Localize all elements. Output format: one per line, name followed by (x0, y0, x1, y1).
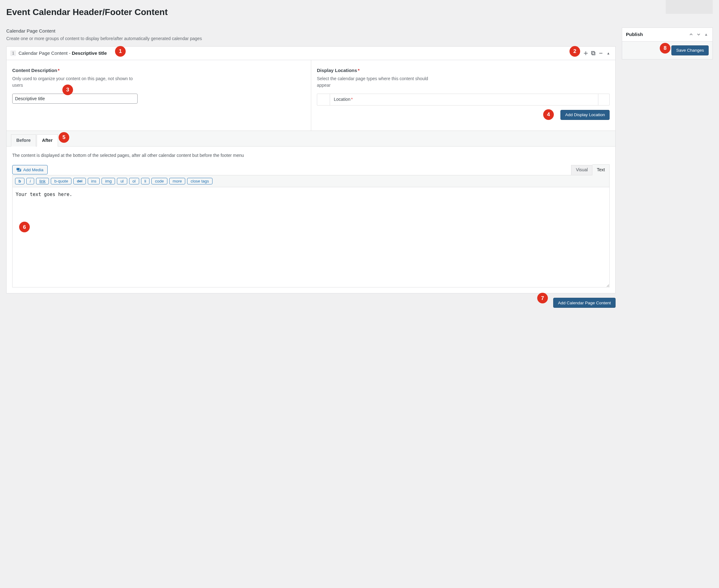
annotation-7: 7 (537, 293, 548, 303)
remove-row-icon[interactable] (598, 51, 603, 56)
row-actions: ▲ (583, 51, 611, 56)
loc-row-handle (317, 94, 330, 105)
row-number: 1 (11, 50, 16, 56)
tab-after-description: The content is displayed at the bottom o… (12, 152, 610, 164)
display-locations-help: Select the calendar page types where thi… (317, 76, 442, 93)
save-changes-button[interactable]: Save Changes (671, 45, 708, 56)
fields-row: Content Description* Only used to organi… (6, 60, 615, 131)
tab-after-content: The content is displayed at the bottom o… (6, 147, 615, 293)
publish-box-body: 8 Save Changes (622, 42, 713, 59)
repeater-row-header[interactable]: 1 Calendar Page Content - Descriptive ti… (6, 47, 615, 60)
content-description-input[interactable] (12, 93, 138, 104)
content-description-help: Only used to organize your content on th… (12, 76, 138, 93)
section-description: Create one or more groups of content to … (6, 35, 616, 46)
qt-italic[interactable]: i (26, 178, 34, 184)
qt-ins[interactable]: ins (88, 178, 100, 184)
editor-textarea[interactable] (12, 187, 610, 288)
tab-after[interactable]: After (37, 134, 58, 147)
duplicate-row-icon[interactable] (591, 51, 596, 56)
add-calendar-page-content-button[interactable]: Add Calendar Page Content (553, 298, 616, 308)
row-title-prefix: Calendar Page Content - (19, 50, 72, 56)
quicktags-toolbar: b i link b-quote del ins img ul ol li co… (12, 175, 610, 187)
publish-box-title: Publish (626, 31, 643, 38)
qt-ol[interactable]: ol (129, 178, 139, 184)
row-title-value: Descriptive title (72, 50, 107, 56)
loc-row-actions (598, 94, 609, 105)
editor-mode-visual[interactable]: Visual (571, 165, 592, 175)
tab-before[interactable]: Before (11, 134, 36, 147)
qt-li[interactable]: li (141, 178, 150, 184)
move-down-icon[interactable] (696, 32, 701, 37)
screen-options-placeholder (666, 0, 713, 14)
row-title: Calendar Page Content - Descriptive titl… (19, 50, 581, 57)
move-up-icon[interactable] (688, 32, 694, 37)
qt-bquote[interactable]: b-quote (51, 178, 72, 184)
collapse-row-icon[interactable]: ▲ (606, 51, 611, 56)
qt-close[interactable]: close tags (187, 178, 213, 184)
add-row-footer: 7 Add Calendar Page Content (6, 293, 616, 308)
page-title: Event Calendar Header/Footer Content (6, 0, 713, 27)
qt-code[interactable]: code (152, 178, 167, 184)
qt-more[interactable]: more (169, 178, 185, 184)
qt-ul[interactable]: ul (117, 178, 127, 184)
add-row-icon[interactable] (583, 51, 588, 56)
svg-rect-3 (592, 51, 594, 54)
qt-link[interactable]: link (36, 178, 49, 184)
editor-mode-text[interactable]: Text (592, 164, 610, 175)
publish-box-header[interactable]: Publish ▲ (622, 28, 713, 42)
section-label: Calendar Page Content (6, 27, 616, 35)
display-locations-table: Location* (317, 93, 610, 106)
annotation-8: 8 (660, 43, 671, 54)
loc-row-label-cell: Location* (330, 94, 598, 105)
annotation-5: 5 (59, 132, 69, 143)
media-icon (16, 167, 21, 172)
content-description-field: Content Description* Only used to organi… (6, 60, 311, 130)
content-description-label: Content Description* (12, 67, 305, 76)
editor-mode-switch: Visual Text (571, 164, 610, 175)
editor-topbar: Add Media Visual Text (12, 164, 610, 175)
publish-box: Publish ▲ 8 Save Changes (622, 27, 713, 60)
svg-rect-2 (592, 52, 595, 55)
qt-del[interactable]: del (73, 178, 85, 184)
add-display-location-button[interactable]: Add Display Location (560, 110, 610, 120)
annotation-4: 4 (543, 109, 554, 120)
qt-bold[interactable]: b (15, 178, 24, 184)
qt-img[interactable]: img (102, 178, 115, 184)
toggle-panel-icon[interactable]: ▲ (704, 32, 708, 37)
content-tabs: Before After 5 (6, 131, 615, 147)
add-media-button[interactable]: Add Media (12, 165, 48, 174)
display-locations-field: Display Locations* Select the calendar p… (311, 60, 615, 130)
repeater-panel: 1 Calendar Page Content - Descriptive ti… (6, 46, 616, 294)
display-locations-label: Display Locations* (317, 67, 610, 76)
